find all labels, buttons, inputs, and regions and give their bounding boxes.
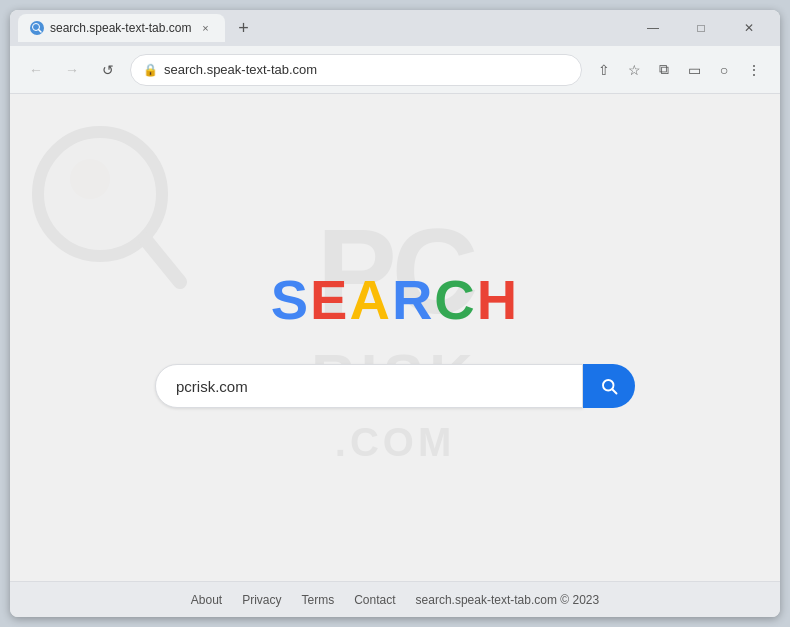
tab-favicon [30, 21, 44, 35]
toolbar-actions: ⇧ ☆ ⧉ ▭ ○ ⋮ [590, 56, 768, 84]
profile-button[interactable]: ○ [710, 56, 738, 84]
footer-about-link[interactable]: About [191, 593, 222, 607]
extensions-button[interactable]: ⧉ [650, 56, 678, 84]
minimize-button[interactable]: — [630, 12, 676, 44]
bookmark-button[interactable]: ☆ [620, 56, 648, 84]
search-button[interactable] [583, 364, 635, 408]
menu-button[interactable]: ⋮ [740, 56, 768, 84]
address-text: search.speak-text-tab.com [164, 62, 569, 77]
address-bar: ← → ↺ 🔒 search.speak-text-tab.com ⇧ ☆ ⧉ … [10, 46, 780, 94]
forward-button[interactable]: → [58, 56, 86, 84]
svg-point-3 [70, 159, 110, 199]
svg-line-1 [39, 30, 42, 33]
logo-letter-a: A [349, 268, 391, 331]
tab-bar: search.speak-text-tab.com × + [18, 10, 630, 46]
logo-letter-h: H [477, 268, 519, 331]
close-button[interactable]: ✕ [726, 12, 772, 44]
svg-point-5 [603, 380, 614, 391]
share-button[interactable]: ⇧ [590, 56, 618, 84]
svg-line-6 [613, 390, 617, 394]
reload-button[interactable]: ↺ [94, 56, 122, 84]
new-tab-button[interactable]: + [229, 14, 257, 42]
back-button[interactable]: ← [22, 56, 50, 84]
main-content: SEARCH [155, 267, 635, 408]
logo-letter-c: C [434, 268, 476, 331]
search-input[interactable] [155, 364, 583, 408]
search-bar [155, 364, 635, 408]
footer-terms-link[interactable]: Terms [302, 593, 335, 607]
watermark-com-text: .COM [335, 420, 455, 465]
svg-point-2 [38, 132, 162, 256]
tab-close-button[interactable]: × [197, 20, 213, 36]
active-tab[interactable]: search.speak-text-tab.com × [18, 14, 225, 42]
browser-window: search.speak-text-tab.com × + — □ ✕ ← → … [10, 10, 780, 617]
logo-letter-s: S [271, 268, 310, 331]
logo-letter-e: E [310, 268, 349, 331]
page-footer: About Privacy Terms Contact search.speak… [10, 581, 780, 617]
window-controls: — □ ✕ [630, 12, 772, 44]
logo-letter-r: R [392, 268, 434, 331]
footer-copyright: search.speak-text-tab.com © 2023 [416, 593, 600, 607]
tab-title: search.speak-text-tab.com [50, 21, 191, 35]
search-logo: SEARCH [271, 267, 520, 332]
lock-icon: 🔒 [143, 63, 158, 77]
cast-button[interactable]: ▭ [680, 56, 708, 84]
page-content: PC RISK .COM SEARCH [10, 94, 780, 581]
title-bar: search.speak-text-tab.com × + — □ ✕ [10, 10, 780, 46]
footer-contact-link[interactable]: Contact [354, 593, 395, 607]
address-input-wrap[interactable]: 🔒 search.speak-text-tab.com [130, 54, 582, 86]
footer-privacy-link[interactable]: Privacy [242, 593, 281, 607]
maximize-button[interactable]: □ [678, 12, 724, 44]
